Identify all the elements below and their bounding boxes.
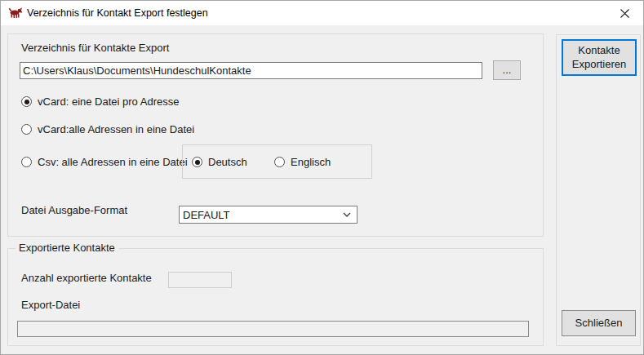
export-dialog: Verzeichnis für Kontakt Export festlegen… <box>0 0 644 355</box>
dog-icon <box>8 7 23 19</box>
titlebar: Verzeichnis für Kontakt Export festlegen <box>1 1 643 25</box>
radio-circle-icon <box>192 157 202 167</box>
radio-label: Englisch <box>291 156 331 168</box>
format-dropdown[interactable]: DEFAULT <box>179 206 358 224</box>
format-selected-value: DEFAULT <box>180 209 343 221</box>
exported-count-field <box>168 272 232 288</box>
radio-vcard-single-file[interactable]: vCard:alle Adressen in eine Datei <box>21 123 194 135</box>
close-dialog-button[interactable]: Schließen <box>562 310 636 336</box>
close-window-button[interactable] <box>606 1 643 25</box>
exported-contacts-title: Exportierte Kontakte <box>16 242 118 254</box>
radio-language-englisch[interactable]: Englisch <box>274 156 331 168</box>
chevron-down-icon <box>343 212 357 217</box>
radio-label: Deutsch <box>208 156 247 168</box>
radio-label: vCard:alle Adressen in eine Datei <box>38 123 194 135</box>
export-file-label: Export-Datei <box>21 299 80 311</box>
action-panel <box>556 34 641 346</box>
browse-button[interactable]: ... <box>493 60 521 80</box>
radio-circle-icon <box>21 96 32 107</box>
radio-csv-single-file[interactable]: Csv: alle Adressen in eine Datei <box>21 156 188 168</box>
close-icon <box>620 9 629 18</box>
radio-circle-icon <box>274 157 285 167</box>
radio-language-deutsch[interactable]: Deutsch <box>192 156 247 168</box>
window-title: Verzeichnis für Kontakt Export festlegen <box>27 7 208 19</box>
count-label: Anzahl exportierte Kontakte <box>21 272 152 284</box>
radio-circle-icon <box>21 124 32 135</box>
radio-circle-icon <box>21 157 32 167</box>
export-contacts-button[interactable]: Kontakte Exportieren <box>562 39 637 76</box>
export-file-field <box>17 321 529 337</box>
directory-input[interactable] <box>20 62 482 79</box>
format-label: Datei Ausgabe-Format <box>21 204 127 216</box>
radio-vcard-per-address[interactable]: vCard: eine Datei pro Adresse <box>21 95 179 108</box>
radio-label: Csv: alle Adressen in eine Datei <box>38 156 188 168</box>
directory-label: Verzeichnis für Kontakte Export <box>21 42 169 54</box>
radio-label: vCard: eine Datei pro Adresse <box>38 95 179 108</box>
